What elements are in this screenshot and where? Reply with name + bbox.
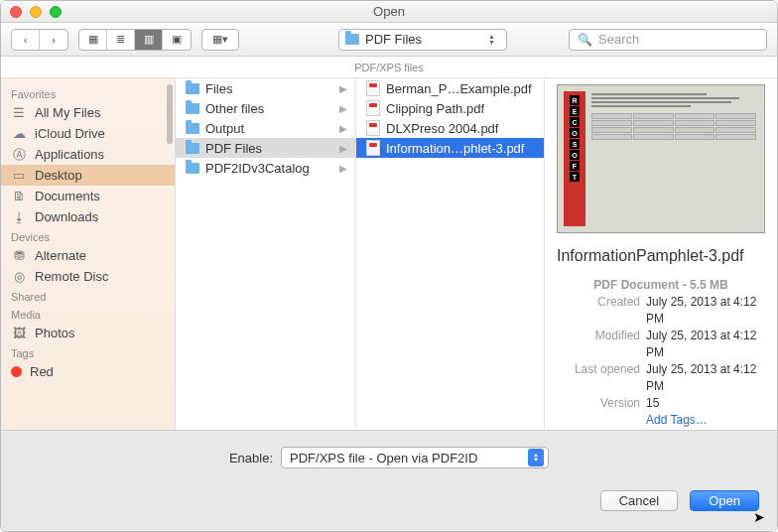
meta-label: Modified xyxy=(557,328,640,361)
path-label: PDF Files xyxy=(365,32,422,47)
folder-row[interactable]: PDF2IDv3Catalog▶ xyxy=(176,158,355,178)
section-devices: Devices xyxy=(1,227,175,245)
section-shared: Shared xyxy=(1,287,175,305)
coverflow-view-button[interactable]: ▣ xyxy=(163,30,191,50)
sidebar-item-label: Applications xyxy=(35,147,104,162)
file-row[interactable]: DLXPreso 2004.pdf xyxy=(356,118,544,138)
preview-metadata: PDF Document - 5.5 MB CreatedJuly 25, 20… xyxy=(557,277,765,429)
sidebar-item-all-my-files[interactable]: ☰All My Files xyxy=(1,102,175,123)
sidebar-item-label: Downloads xyxy=(35,209,98,224)
sidebar-item-label: Red xyxy=(30,364,54,379)
file-browser: Favorites ☰All My Files ☁iCloud Drive ⒶA… xyxy=(1,78,777,430)
folder-row[interactable]: Other files▶ xyxy=(176,98,355,118)
open-button[interactable]: Open xyxy=(690,490,759,511)
sidebar-item-downloads[interactable]: ⭳Downloads xyxy=(1,206,175,227)
sidebar-item-documents[interactable]: 🗎Documents xyxy=(1,186,175,206)
strip-letter: E xyxy=(570,106,580,116)
sidebar-item-applications[interactable]: ⒶApplications xyxy=(1,144,175,165)
chevron-right-icon: ▶ xyxy=(339,83,347,94)
folder-row[interactable]: Files▶ xyxy=(176,78,355,98)
sidebar-item-label: Photos xyxy=(35,326,74,340)
cancel-button[interactable]: Cancel xyxy=(600,490,678,511)
sidebar-item-label: Remote Disc xyxy=(35,269,108,284)
preview-filename: InformationPamphlet-3.pdf xyxy=(557,247,765,265)
stepper-icon: ▲▼ xyxy=(488,34,500,46)
column-folders: Files▶ Other files▶ Output▶ PDF Files▶ P… xyxy=(176,78,356,430)
folder-icon xyxy=(186,83,199,94)
file-label: Information…phlet-3.pdf xyxy=(386,141,524,156)
search-icon: 🔍 xyxy=(578,33,592,47)
sidebar-item-label: All My Files xyxy=(35,105,100,120)
back-button[interactable]: ‹ xyxy=(12,30,40,50)
arrange-button-group: ▦▾ xyxy=(201,29,239,51)
strip-letter: T xyxy=(570,172,580,182)
add-tags-link[interactable]: Add Tags… xyxy=(646,412,765,429)
preview-thumbnail: R E C O S O F T xyxy=(557,84,765,233)
window-title: Open xyxy=(1,4,777,19)
pdf-icon xyxy=(366,120,380,136)
file-row[interactable]: Clipping Path.pdf xyxy=(356,98,544,118)
folder-row-selected[interactable]: PDF Files▶ xyxy=(176,138,355,158)
sidebar-scrollbar[interactable] xyxy=(167,84,173,144)
file-label: Berman_P…Example.pdf xyxy=(386,81,532,96)
meta-value: July 25, 2013 at 4:12 PM xyxy=(646,294,765,328)
sidebar-item-photos[interactable]: 🖼Photos xyxy=(1,323,175,343)
doc-summary: PDF Document - 5.5 MB xyxy=(557,277,765,294)
sidebar-item-remote-disc[interactable]: ◎Remote Disc xyxy=(1,266,175,287)
column-view-button[interactable]: ▥ xyxy=(135,30,163,50)
sidebar-item-tag-red[interactable]: Red xyxy=(1,361,175,382)
folder-icon xyxy=(345,34,359,45)
search-field[interactable]: 🔍 Search xyxy=(569,29,767,51)
remote-disc-icon: ◎ xyxy=(11,270,27,284)
search-placeholder: Search xyxy=(598,32,639,47)
all-files-icon: ☰ xyxy=(11,106,27,120)
meta-label: Last opened xyxy=(557,361,640,395)
list-view-button[interactable]: ≣ xyxy=(107,30,135,50)
nav-buttons: ‹ › xyxy=(11,29,68,51)
enable-select[interactable]: PDF/XPS file - Open via PDF2ID ▲▼ xyxy=(281,447,549,468)
file-row-selected[interactable]: Information…phlet-3.pdf xyxy=(356,138,544,158)
folder-label: Output xyxy=(205,121,244,136)
sidebar-item-label: iCloud Drive xyxy=(35,126,105,141)
section-favorites: Favorites xyxy=(1,84,175,102)
meta-label: Version xyxy=(557,395,640,412)
bottom-panel: Enable: PDF/XPS file - Open via PDF2ID ▲… xyxy=(1,430,777,530)
pdf-icon xyxy=(366,80,380,96)
strip-letter: C xyxy=(570,117,580,127)
pdf-icon xyxy=(366,140,380,156)
folder-icon xyxy=(186,103,199,114)
sidebar-item-label: Alternate xyxy=(35,248,86,263)
folder-row[interactable]: Output▶ xyxy=(176,118,355,138)
sidebar-item-desktop[interactable]: ▭Desktop xyxy=(1,165,175,186)
strip-letter: O xyxy=(570,150,580,160)
documents-icon: 🗎 xyxy=(11,190,27,203)
strip-letter: F xyxy=(570,161,580,171)
chevron-right-icon: ▶ xyxy=(339,103,347,114)
folder-label: PDF Files xyxy=(205,141,262,156)
path-dropdown[interactable]: PDF Files ▲▼ xyxy=(338,29,507,51)
apps-icon: Ⓐ xyxy=(11,148,27,162)
icon-view-button[interactable]: ▦ xyxy=(79,30,107,50)
sidebar-item-alternate[interactable]: ⛃Alternate xyxy=(1,245,175,266)
pdf-icon xyxy=(366,100,380,116)
open-label: Open xyxy=(709,493,740,508)
forward-button[interactable]: › xyxy=(40,30,67,50)
disk-icon: ⛃ xyxy=(11,249,27,263)
enable-label: Enable: xyxy=(229,451,273,466)
arrange-button[interactable]: ▦▾ xyxy=(202,30,238,50)
sidebar-item-label: Documents xyxy=(35,189,100,203)
file-row[interactable]: Berman_P…Example.pdf xyxy=(356,78,544,98)
enable-value: PDF/XPS file - Open via PDF2ID xyxy=(290,451,477,466)
photos-icon: 🖼 xyxy=(11,327,27,340)
strip-letter: O xyxy=(570,128,580,138)
downloads-icon: ⭳ xyxy=(11,210,27,224)
cancel-label: Cancel xyxy=(619,493,659,508)
meta-label: Created xyxy=(557,294,640,328)
cloud-icon: ☁ xyxy=(11,127,27,141)
desktop-icon: ▭ xyxy=(11,169,27,183)
sidebar-item-icloud[interactable]: ☁iCloud Drive xyxy=(1,123,175,144)
chevron-right-icon: ▶ xyxy=(339,163,347,174)
preview-strip: R E C O S O F T xyxy=(564,91,585,226)
folder-icon xyxy=(186,123,199,134)
folder-label: Files xyxy=(205,81,232,96)
